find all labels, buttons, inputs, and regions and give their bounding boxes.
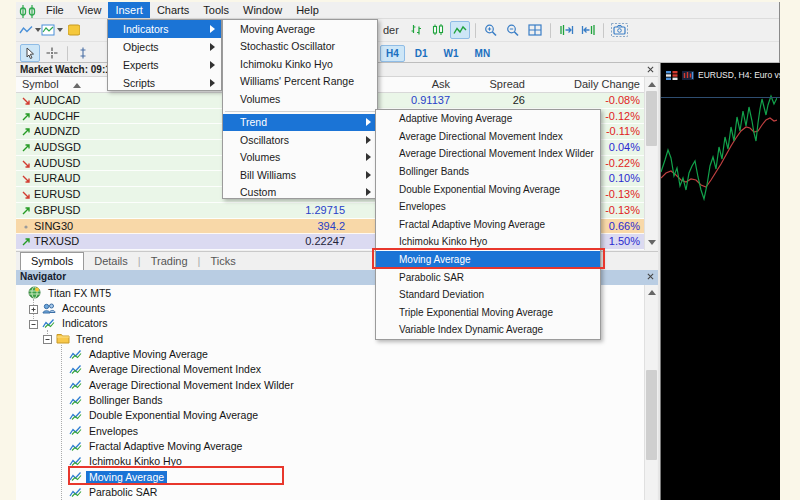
tree-item[interactable]: Average Directional Movement Index bbox=[16, 362, 644, 377]
tree-item[interactable]: Envelopes bbox=[16, 423, 644, 438]
toolbar-button[interactable] bbox=[609, 21, 629, 39]
menu-item[interactable]: Scripts bbox=[108, 74, 221, 92]
menu-item[interactable]: Bill Williams bbox=[223, 166, 377, 184]
tree-item-label: Bollinger Bands bbox=[86, 394, 166, 406]
new-order-button-remnant[interactable]: der bbox=[383, 24, 399, 36]
scroll-down-icon[interactable] bbox=[648, 240, 656, 245]
menu-item[interactable]: Parabolic SAR bbox=[376, 268, 600, 286]
tree-item[interactable]: Moving Average bbox=[16, 469, 644, 484]
close-icon[interactable] bbox=[645, 64, 656, 75]
menu-item[interactable]: Adaptive Moving Average bbox=[376, 110, 600, 128]
menubar-item[interactable]: View bbox=[71, 2, 109, 18]
menu-item[interactable]: Average Directional Movement Index bbox=[376, 128, 600, 146]
menu-item[interactable]: Double Exponential Moving Average bbox=[376, 180, 600, 198]
scrollbar-thumb[interactable] bbox=[646, 370, 657, 460]
menu-item[interactable]: Trend bbox=[223, 114, 377, 132]
menu-item[interactable]: Objects bbox=[108, 38, 221, 56]
menu-item[interactable]: Ichimoku Kinko Hyo bbox=[223, 55, 377, 73]
expand-toggle-icon[interactable] bbox=[29, 304, 38, 313]
menu-item[interactable]: Volumes bbox=[223, 90, 377, 108]
toolbar-button[interactable] bbox=[578, 21, 598, 39]
navigator-scrollbar[interactable] bbox=[644, 285, 657, 500]
menu-item[interactable]: Variable Index Dynamic Average bbox=[376, 321, 600, 339]
menu-item[interactable]: Moving Average bbox=[223, 20, 377, 38]
menubar-item[interactable]: File bbox=[39, 2, 71, 18]
menu-item[interactable]: Standard Deviation bbox=[376, 286, 600, 304]
column-spread[interactable]: Spread bbox=[490, 78, 525, 90]
chart-tools-group bbox=[405, 20, 630, 40]
timeframe-button[interactable]: H4 bbox=[380, 45, 405, 62]
toolbar-button[interactable] bbox=[525, 21, 545, 39]
menu-item-label: Average Directional Movement Index bbox=[399, 131, 563, 142]
menu-item[interactable]: Ichimoku Kinko Hyo bbox=[376, 233, 600, 251]
toolbar-button-icon bbox=[68, 24, 80, 36]
scrollbar-thumb[interactable] bbox=[646, 91, 657, 146]
market-watch-tab[interactable]: Details bbox=[84, 253, 140, 270]
tree-item[interactable]: Adaptive Moving Average bbox=[16, 346, 644, 361]
tree-item-label: Fractal Adaptive Moving Average bbox=[86, 440, 245, 452]
column-daily-change[interactable]: Daily Change bbox=[574, 78, 640, 90]
menu-item[interactable]: Stochastic Oscillator bbox=[223, 38, 377, 56]
toolbar-button[interactable] bbox=[503, 21, 523, 39]
toolbar-button[interactable] bbox=[20, 44, 40, 62]
toolbar-button[interactable] bbox=[428, 21, 448, 39]
tree-item-icon bbox=[69, 471, 83, 483]
toolbar-button[interactable] bbox=[481, 21, 501, 39]
toolbar-button[interactable] bbox=[556, 21, 576, 39]
menubar-item[interactable]: Insert bbox=[108, 2, 150, 18]
tree-item[interactable]: Double Exponential Moving Average bbox=[16, 408, 644, 423]
chart-title: EURUSD, H4: Euro vs U bbox=[698, 70, 780, 80]
scroll-up-icon[interactable] bbox=[648, 82, 656, 87]
menu-item[interactable]: Fractal Adaptive Moving Average bbox=[376, 216, 600, 234]
toolbar-dropdown-button[interactable] bbox=[42, 21, 62, 39]
menu-item[interactable]: Experts bbox=[108, 56, 221, 74]
menu-item[interactable]: Moving Average bbox=[376, 251, 600, 269]
chart-canvas[interactable] bbox=[661, 63, 777, 500]
daily-change-value: -0.22% bbox=[605, 156, 640, 171]
timeframe-button[interactable]: D1 bbox=[409, 45, 434, 62]
menubar-item[interactable]: Tools bbox=[196, 2, 236, 18]
toolbar-button[interactable] bbox=[406, 21, 426, 39]
market-watch-tab[interactable]: Symbols bbox=[20, 252, 84, 270]
timeframe-button[interactable]: W1 bbox=[438, 45, 465, 62]
menu-item[interactable]: Envelopes bbox=[376, 198, 600, 216]
menubar-item[interactable]: Help bbox=[289, 2, 326, 18]
navigator-title: Navigator bbox=[20, 271, 66, 282]
close-icon[interactable] bbox=[645, 271, 656, 282]
tree-item[interactable]: Parabolic SAR bbox=[16, 484, 644, 499]
scroll-up-icon[interactable] bbox=[648, 290, 656, 295]
timeframe-button[interactable]: MN bbox=[469, 45, 497, 62]
menu-item[interactable]: Custom bbox=[223, 184, 377, 202]
expand-toggle-icon[interactable] bbox=[43, 334, 52, 343]
market-watch-scrollbar[interactable] bbox=[644, 77, 657, 250]
menubar-item[interactable]: Charts bbox=[150, 2, 196, 18]
menubar-item[interactable]: Window bbox=[236, 2, 289, 18]
toolbar-button[interactable] bbox=[475, 23, 476, 38]
market-watch-tab[interactable]: Ticks bbox=[200, 253, 245, 270]
tree-item[interactable]: Bollinger Bands bbox=[16, 392, 644, 407]
toolbar-dropdown-button[interactable] bbox=[20, 21, 40, 39]
column-ask[interactable]: Ask bbox=[432, 78, 450, 90]
menu-item[interactable]: Bollinger Bands bbox=[376, 163, 600, 181]
toolbar-dropdown-button[interactable] bbox=[64, 21, 84, 39]
toolbar-button[interactable] bbox=[42, 44, 62, 62]
market-watch-tab[interactable]: Trading bbox=[141, 253, 201, 270]
toolbar-button[interactable] bbox=[73, 44, 93, 62]
menu-item[interactable]: Volumes bbox=[223, 149, 377, 167]
menu-item[interactable]: Triple Exponential Moving Average bbox=[376, 304, 600, 322]
tree-item[interactable]: Ichimoku Kinko Hyo bbox=[16, 454, 644, 469]
chart-panel[interactable]: EURUSD, H4: Euro vs U bbox=[661, 63, 780, 500]
toolbar-button[interactable] bbox=[67, 46, 68, 61]
toolbar-button[interactable] bbox=[450, 21, 470, 39]
expand-toggle-icon[interactable] bbox=[29, 319, 38, 328]
column-symbol[interactable]: Symbol bbox=[22, 78, 81, 90]
toolbar-button[interactable] bbox=[550, 23, 551, 38]
toolbar-button[interactable] bbox=[603, 23, 604, 38]
menu-item[interactable]: Indicators bbox=[108, 20, 221, 38]
tree-item[interactable]: Fractal Adaptive Moving Average bbox=[16, 438, 644, 453]
menu-item[interactable]: Average Directional Movement Index Wilde… bbox=[376, 145, 600, 163]
daily-change-value: -0.12% bbox=[605, 109, 640, 124]
menu-item[interactable]: Oscillators bbox=[223, 131, 377, 149]
menu-item[interactable]: Williams' Percent Range bbox=[223, 73, 377, 91]
tree-item[interactable]: Average Directional Movement Index Wilde… bbox=[16, 377, 644, 392]
